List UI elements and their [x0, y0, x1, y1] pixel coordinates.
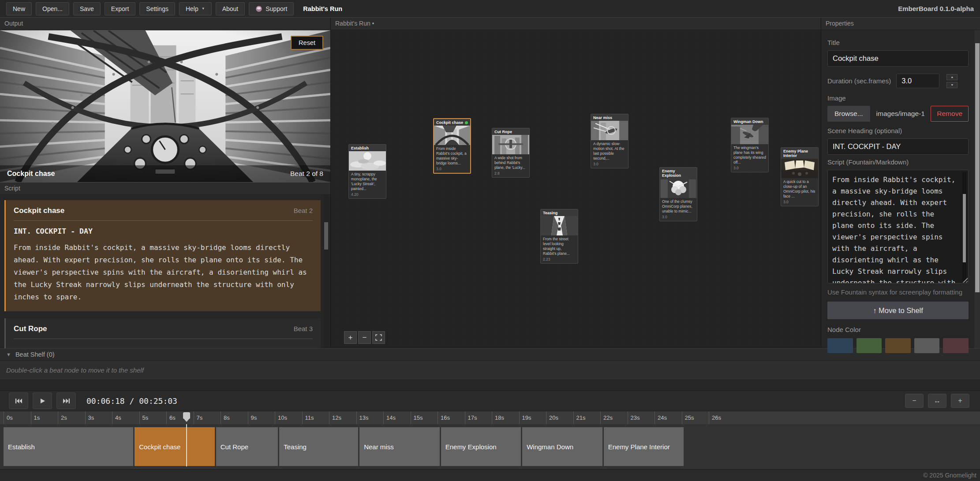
save-button[interactable]: Save	[73, 2, 101, 15]
timeline-ruler[interactable]: 0s1s2s3s4s5s6s7s8s9s10s11s12s13s14s15s16…	[0, 411, 980, 424]
timeline-zoom-in-button[interactable]: +	[951, 394, 969, 408]
node-description: From inside Rabbit's cockpit, a massive …	[434, 145, 470, 166]
node-title: Cockpit chase	[434, 119, 470, 126]
duration-input[interactable]: 3.0	[896, 74, 939, 88]
reset-button[interactable]: Reset	[291, 36, 323, 50]
playhead-marker[interactable]	[183, 412, 190, 419]
scene-heading-input[interactable]: INT. COCKPIT - DAY	[827, 138, 969, 155]
timeline-block-label: Enemy Plane Interior	[608, 443, 670, 451]
card-script-text: From inside Rabbit's cockpit, a massive …	[14, 242, 313, 303]
browse-button[interactable]: Browse...	[827, 106, 870, 122]
node-duration: 3.0	[781, 199, 818, 206]
skip-to-start-button[interactable]	[9, 392, 28, 409]
node-color-swatch-2[interactable]	[857, 338, 882, 353]
node-title: Near miss	[591, 114, 628, 121]
ruler-tick-14s: 14s	[383, 411, 396, 424]
skip-to-end-button[interactable]	[56, 392, 76, 409]
settings-button-label: Settings	[146, 5, 168, 12]
help-menu-button[interactable]: Help▼	[179, 2, 212, 15]
node-title: Enemy Explosion	[660, 168, 697, 179]
duration-label: Duration (sec.frames)	[827, 77, 891, 85]
duration-decrement-button[interactable]: ▼	[946, 82, 958, 88]
export-button[interactable]: Export	[105, 2, 135, 15]
beat-node-enemy-explosion[interactable]: Enemy ExplosionOne of the clumsy OmniCor…	[659, 167, 697, 221]
timeline-block-label: Cut Rope	[221, 443, 248, 451]
beat-node-near-miss[interactable]: Near missA dynamic slow-motion shot. At …	[591, 114, 628, 168]
properties-scrollbar[interactable]	[974, 30, 980, 348]
script-beat-card-cockpit-chase[interactable]: Cockpit chaseBeat 2INT. COCKPIT - DAYFro…	[4, 200, 321, 311]
node-duration: 2.8	[492, 171, 529, 177]
node-description: A quick cut to a close-up of an OmniCorp…	[781, 178, 818, 199]
ruler-tick-25s: 25s	[682, 411, 694, 424]
timeline-block-establish[interactable]: Establish	[4, 427, 133, 466]
beat-node-cut-rope[interactable]: Cut RopeA wide shot from behind Rabbit's…	[492, 128, 530, 178]
card-divider	[14, 220, 313, 221]
script-beat-card-cut-rope[interactable]: Cut RopeBeat 3A wide shot from behind Ra…	[4, 318, 321, 348]
play-icon	[40, 398, 45, 404]
timeline-block-wingman-down[interactable]: Wingman Down	[522, 427, 602, 466]
canvas-fit-button[interactable]	[372, 331, 385, 344]
node-color-swatches	[827, 338, 969, 353]
ruler-tick-15s: 15s	[411, 411, 423, 424]
timeline-block-enemy-plane-interior[interactable]: Enemy Plane Interior	[604, 427, 684, 466]
card-beat-number: Beat 2	[294, 207, 313, 214]
output-panel: Output	[0, 18, 331, 348]
beat-node-establish[interactable]: EstablishA tiny, scrappy monoplane, the …	[348, 144, 386, 199]
shelf-spacer	[0, 380, 980, 391]
script-scrollbar-thumb[interactable]	[324, 222, 328, 250]
properties-scrollbar-thumb[interactable]	[975, 43, 980, 292]
open-button[interactable]: Open...	[36, 2, 69, 15]
preview-caption-bar: Cockpit chase Beat 2 of 8	[0, 165, 330, 182]
node-color-swatch-4[interactable]	[914, 338, 940, 353]
node-color-swatch-1[interactable]	[827, 338, 853, 353]
timeline-block-near-miss[interactable]: Near miss	[359, 427, 440, 466]
timeline-block-label: Teasing	[284, 443, 307, 451]
script-textarea[interactable]: From inside Rabbit's cockpit, a massive …	[827, 170, 969, 283]
card-header: Cockpit chaseBeat 2	[14, 206, 313, 215]
top-menu-bar: New Open... Save Export Settings Help▼ A…	[0, 0, 980, 18]
about-button[interactable]: About	[216, 2, 245, 15]
move-to-shelf-button[interactable]: ↑ Move to Shelf	[827, 302, 969, 319]
remove-image-button[interactable]: Remove	[931, 106, 969, 122]
beat-node-teasing[interactable]: TeasingFrom the street level looking str…	[540, 209, 578, 264]
canvas-zoom-out-button[interactable]: −	[358, 331, 371, 344]
ruler-tick-21s: 21s	[573, 411, 586, 424]
card-title: Cockpit chase	[14, 206, 64, 215]
node-duration: 3.0	[434, 166, 470, 173]
script-scrollbar[interactable]	[324, 195, 329, 348]
node-thumbnail	[731, 125, 768, 144]
textarea-scrollbar-thumb[interactable]	[963, 194, 966, 262]
timeline-fit-button[interactable]: ↔	[928, 394, 946, 408]
play-button[interactable]	[33, 392, 52, 409]
node-color-swatch-5[interactable]	[943, 338, 969, 353]
node-description: From the street level looking straight u…	[541, 235, 578, 257]
timeline-block-enemy-explosion[interactable]: Enemy Explosion	[441, 427, 521, 466]
textarea-scrollbar[interactable]	[962, 172, 966, 281]
settings-button[interactable]: Settings	[139, 2, 175, 15]
title-input[interactable]: Cockpit chase	[827, 50, 969, 67]
timeline-block-cut-rope[interactable]: Cut Rope	[216, 427, 278, 466]
duration-increment-button[interactable]: ▲	[946, 74, 958, 80]
node-canvas[interactable]: + − EstablishA tiny, scrappy monoplane, …	[331, 30, 821, 348]
beat-node-cockpit-chase[interactable]: Cockpit chaseFrom inside Rabbit's cockpi…	[433, 118, 471, 174]
active-beat-dot	[465, 121, 468, 124]
beat-shelf-hint: Double-click a beat node to move it to t…	[0, 361, 980, 380]
ruler-tick-10s: 10s	[275, 411, 287, 424]
node-duration: 3.0	[731, 165, 768, 172]
timeline-block-teasing[interactable]: Teasing	[279, 427, 358, 466]
beat-node-wingman-down[interactable]: Wingman DownThe wingman's plane has its …	[731, 118, 769, 172]
ruler-tick-17s: 17s	[465, 411, 477, 424]
beat-node-enemy-plane-interior[interactable]: Enemy Plane InteriorA quick cut to a clo…	[781, 147, 819, 206]
node-description: A dynamic slow-motion shot. At the last …	[591, 140, 628, 161]
playhead-line	[186, 424, 187, 466]
new-button[interactable]: New	[6, 2, 32, 15]
timeline-block-cockpit-chase[interactable]: Cockpit chase	[135, 427, 215, 466]
node-title: Teasing	[541, 209, 578, 216]
timeline-zoom-out-button[interactable]: −	[905, 394, 924, 408]
support-button[interactable]: Support	[249, 2, 294, 15]
node-color-swatch-3[interactable]	[885, 338, 911, 353]
fit-view-icon	[375, 334, 382, 341]
canvas-zoom-in-button[interactable]: +	[344, 331, 357, 344]
node-thumbnail	[660, 179, 697, 198]
timeline-block-label: Wingman Down	[527, 443, 573, 451]
